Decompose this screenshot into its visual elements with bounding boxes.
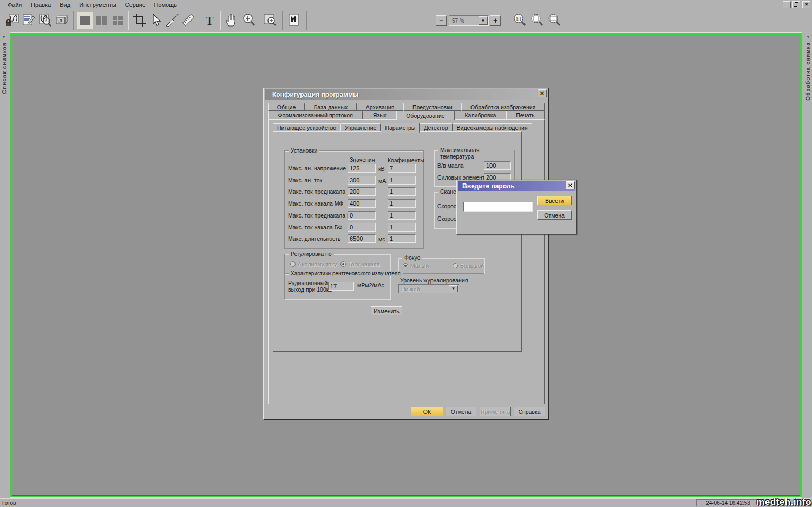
chevron-down-icon[interactable]: ▼ bbox=[479, 16, 488, 25]
menu-item-5[interactable]: Помощь bbox=[149, 1, 181, 9]
zoom-out-button[interactable]: − bbox=[436, 15, 447, 26]
menu-item-0[interactable]: Файл bbox=[3, 1, 27, 9]
settings-group-title: Установки bbox=[289, 147, 319, 154]
layout-quad-button[interactable] bbox=[109, 12, 126, 29]
logging-level-combobox[interactable]: Низкий ▼ bbox=[398, 284, 459, 293]
menu-item-3[interactable]: Инструменты bbox=[75, 1, 121, 9]
regulation-option-0-radio[interactable]: Анодному току bbox=[290, 261, 337, 267]
enter-password-button[interactable]: Ввести bbox=[537, 196, 572, 205]
tab-4[interactable]: Обработка изображения bbox=[461, 103, 545, 111]
tab-2[interactable]: Оборудование bbox=[396, 111, 455, 120]
setting-value-field[interactable]: 400 bbox=[348, 199, 376, 208]
film-icon bbox=[287, 13, 301, 28]
left-panel-strip[interactable]: ▸ Список снимков bbox=[0, 32, 9, 498]
toolbar: T − 57 % ▼ + 1:1 bbox=[0, 9, 812, 32]
print-film-button[interactable] bbox=[53, 12, 69, 29]
setting-value-field[interactable]: 0 bbox=[348, 211, 376, 220]
zoom-in-icon bbox=[242, 13, 256, 28]
scalpel-icon bbox=[165, 13, 179, 28]
zoom-in-button[interactable]: + bbox=[490, 15, 501, 26]
layout-dual-button[interactable] bbox=[93, 12, 109, 29]
text-icon: T bbox=[206, 14, 214, 27]
right-panel-strip[interactable]: ◂ Обработка снимка bbox=[803, 32, 812, 498]
focus-option-0-radio[interactable]: Малый bbox=[403, 262, 429, 269]
help-button[interactable]: Справка bbox=[514, 407, 545, 416]
actual-size-button[interactable]: 1:1 bbox=[512, 12, 528, 29]
setting-coeff-field[interactable]: 1 bbox=[388, 234, 416, 243]
fit-width-button[interactable] bbox=[546, 12, 562, 29]
layout-single-icon bbox=[80, 16, 90, 25]
coeff-column-header: Коэфициенты bbox=[388, 157, 424, 163]
inner-tab-3[interactable]: Детектор bbox=[420, 123, 452, 132]
temperature-field[interactable]: 100 bbox=[484, 161, 511, 170]
dialog-close-button[interactable]: ✕ bbox=[538, 89, 547, 97]
tab-0[interactable]: Формализованный протокол bbox=[268, 111, 363, 120]
close-button[interactable]: ✕ bbox=[802, 1, 810, 8]
crop-button[interactable] bbox=[132, 12, 148, 29]
inner-tab-2[interactable]: Параметры bbox=[381, 123, 420, 133]
status-ready-text: Готов bbox=[0, 500, 696, 506]
layout-quad-icon bbox=[113, 16, 123, 25]
chevron-down-icon[interactable]: ▼ bbox=[449, 285, 458, 292]
layout-single-button[interactable] bbox=[77, 12, 93, 29]
image-view-button[interactable] bbox=[37, 12, 53, 29]
focus-option-1-radio[interactable]: Большой bbox=[453, 262, 484, 269]
tab-4[interactable]: Печать bbox=[506, 111, 545, 120]
worklist-edit-icon bbox=[22, 13, 36, 28]
regulation-option-1-radio[interactable]: Току накала bbox=[340, 261, 380, 267]
zoom-in-button[interactable] bbox=[241, 12, 257, 29]
ruler-button[interactable] bbox=[180, 12, 197, 29]
setting-value-field[interactable]: 200 bbox=[348, 187, 376, 196]
setting-coeff-field[interactable]: 1 bbox=[388, 187, 416, 196]
password-dialog-close-button[interactable]: ✕ bbox=[566, 181, 575, 189]
password-cancel-button[interactable]: Отмена bbox=[537, 210, 572, 220]
inner-tab-1[interactable]: Управление bbox=[340, 123, 381, 132]
restore-button[interactable] bbox=[792, 1, 800, 8]
tab-1[interactable]: База данных bbox=[305, 103, 357, 111]
setting-coeff-field[interactable]: 1 bbox=[388, 223, 416, 232]
tab-0[interactable]: Общие bbox=[268, 103, 305, 111]
tab-1[interactable]: Язык bbox=[363, 111, 396, 120]
temperature-label: В/в масла bbox=[437, 162, 464, 169]
expand-left-icon[interactable]: ◂ bbox=[807, 34, 809, 39]
menu-item-4[interactable]: Сервис bbox=[121, 1, 150, 9]
zoom-area-button[interactable] bbox=[262, 12, 278, 29]
setting-coeff-field[interactable]: 1 bbox=[388, 211, 416, 220]
setting-coeff-field[interactable]: 1 bbox=[388, 199, 416, 208]
radiation-output-label-2: выход при 100кВ bbox=[288, 286, 332, 293]
text-button[interactable]: T bbox=[201, 12, 218, 29]
pointer-button[interactable] bbox=[148, 12, 164, 29]
setting-value-field[interactable]: 6500 bbox=[348, 234, 376, 243]
password-input[interactable] bbox=[463, 202, 533, 212]
hand-button[interactable] bbox=[224, 12, 240, 29]
zoom-level-combobox[interactable]: 57 % ▼ bbox=[449, 15, 489, 26]
ok-button[interactable]: ОК bbox=[411, 407, 443, 416]
password-dialog-titlebar[interactable]: Введите пароль bbox=[458, 181, 575, 191]
setting-label: Макс. ан. напряжение bbox=[288, 165, 346, 172]
minimize-button[interactable]: _ bbox=[783, 1, 791, 8]
apply-button[interactable]: Применить bbox=[480, 407, 511, 416]
scalpel-button[interactable] bbox=[164, 12, 180, 29]
inner-tab-0[interactable]: Питающее устройство bbox=[273, 123, 340, 132]
tab-3[interactable]: Калибровка bbox=[455, 111, 506, 120]
cancel-button[interactable]: Отмена bbox=[446, 407, 476, 416]
menu-item-2[interactable]: Вид bbox=[55, 1, 75, 9]
fit-page-button[interactable] bbox=[529, 12, 545, 29]
inner-tab-4[interactable]: Видеокамеры наблюдения bbox=[453, 123, 532, 132]
radiation-output-field[interactable]: 17 bbox=[328, 282, 354, 291]
settings-groupbox: Установки Значения Коэфициенты Макс. ан.… bbox=[284, 150, 424, 249]
menu-item-1[interactable]: Правка bbox=[27, 1, 55, 9]
setting-coeff-field[interactable]: 1 bbox=[388, 176, 416, 185]
setting-value-field[interactable]: 0 bbox=[348, 223, 376, 232]
film-button[interactable] bbox=[286, 12, 302, 29]
setting-coeff-field[interactable]: 7 bbox=[388, 164, 416, 173]
patient-images-button[interactable] bbox=[4, 12, 21, 29]
setting-value-field[interactable]: 300 bbox=[348, 176, 376, 185]
expand-right-icon[interactable]: ▸ bbox=[3, 34, 5, 39]
tab-2[interactable]: Архивация bbox=[357, 103, 403, 111]
setting-value-field[interactable]: 125 bbox=[348, 164, 376, 173]
change-button[interactable]: Изменить bbox=[371, 306, 402, 315]
worklist-edit-button[interactable] bbox=[21, 12, 37, 29]
dialog-titlebar[interactable]: Конфигурация программы bbox=[265, 89, 547, 100]
tab-3[interactable]: Предустановки bbox=[403, 103, 461, 111]
